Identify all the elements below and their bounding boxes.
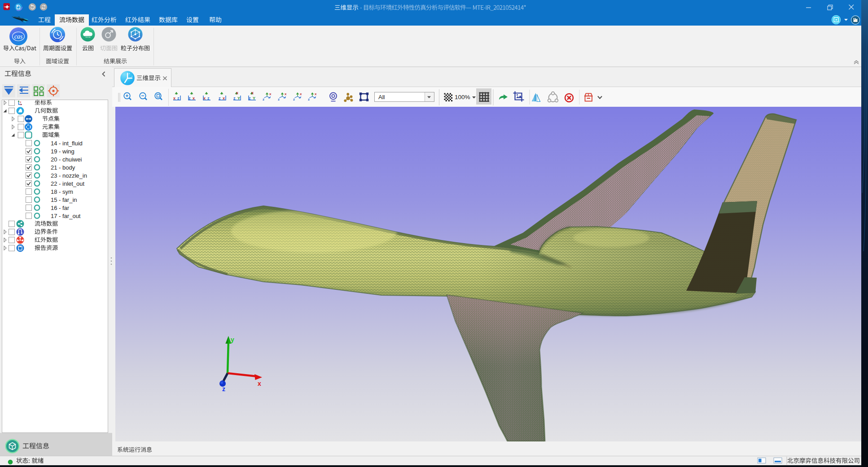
svg-text:z: z [222, 385, 225, 393]
svg-text:x: x [258, 380, 261, 387]
svg-text:y: y [231, 336, 234, 343]
